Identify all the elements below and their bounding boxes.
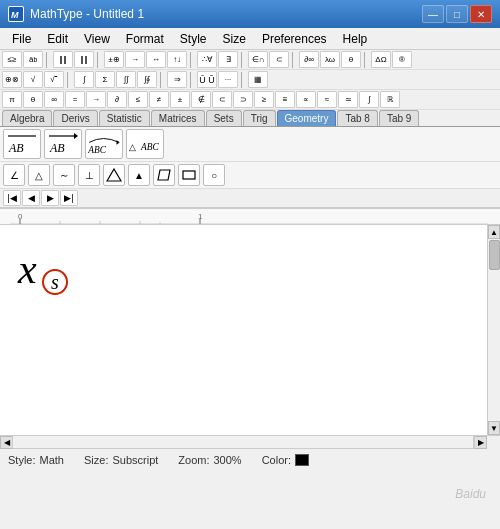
horizontal-scrollbar[interactable] — [13, 436, 474, 448]
template-ab-overline-arrow[interactable]: AB — [44, 129, 82, 159]
tab-sets[interactable]: Sets — [206, 110, 242, 126]
zoom-status: Zoom: 300% — [178, 454, 241, 466]
tb-integral2[interactable]: ∫∫ — [116, 71, 136, 88]
nav-last[interactable]: ▶| — [60, 190, 78, 206]
tb-arrow-ud[interactable]: ↑↓ — [167, 51, 187, 68]
tb-arrow-lr[interactable]: ↔ — [146, 51, 166, 68]
tb-sqrt[interactable]: √ — [23, 71, 43, 88]
template-parallelogram[interactable] — [153, 164, 175, 186]
tb-simeq[interactable]: ≃ — [338, 91, 358, 108]
tb-geq[interactable]: ≥ — [254, 91, 274, 108]
tb-equiv[interactable]: ≡ — [275, 91, 295, 108]
tb-integral[interactable]: ∫ — [74, 71, 94, 88]
template-abc-plain[interactable]: △ ABC — [126, 129, 164, 159]
tb-real[interactable]: ℝ — [380, 91, 400, 108]
tb-ubar[interactable]: Ū Ŭ — [197, 71, 217, 88]
tab-statistic[interactable]: Statistic — [99, 110, 150, 126]
template-solid-triangle[interactable]: ▲ — [128, 164, 150, 186]
maximize-button[interactable]: □ — [446, 5, 468, 23]
template-rect[interactable] — [178, 164, 200, 186]
tab-9[interactable]: Tab 9 — [379, 110, 419, 126]
scroll-thumb-vertical[interactable] — [489, 240, 500, 270]
menu-help[interactable]: Help — [335, 30, 376, 48]
tb-neq[interactable]: ≠ — [149, 91, 169, 108]
status-bar: Style: Math Size: Subscript Zoom: 300% C… — [0, 448, 500, 470]
tb-partial[interactable]: ∂∞ — [299, 51, 319, 68]
tab-derivs[interactable]: Derivs — [53, 110, 97, 126]
math-canvas[interactable]: x s — [0, 225, 487, 435]
tb-notin[interactable]: ∉ — [191, 91, 211, 108]
template-angle[interactable]: ∠ — [3, 164, 25, 186]
template-similar[interactable]: ∼ — [53, 164, 75, 186]
vertical-scrollbar[interactable]: ▲ ▼ — [487, 225, 500, 435]
menu-style[interactable]: Style — [172, 30, 215, 48]
menu-view[interactable]: View — [76, 30, 118, 48]
tb-arrow-right[interactable]: → — [125, 51, 145, 68]
menu-edit[interactable]: Edit — [39, 30, 76, 48]
tb-subset2[interactable]: ⊂ — [212, 91, 232, 108]
tb-pm[interactable]: ± — [170, 91, 190, 108]
scroll-down-arrow[interactable]: ▼ — [488, 421, 500, 435]
tb-supset[interactable]: ⊃ — [233, 91, 253, 108]
menu-size[interactable]: Size — [215, 30, 254, 48]
svg-marker-5 — [74, 133, 78, 139]
tb-int[interactable]: ∫ — [359, 91, 379, 108]
tb-norm2[interactable]: ‖‖ — [74, 51, 94, 68]
tb-in-cap[interactable]: ∈∩ — [248, 51, 268, 68]
tb-lambda[interactable]: λω — [320, 51, 340, 68]
template-triangle[interactable]: △ — [28, 164, 50, 186]
tb-rightarrow[interactable]: → — [86, 91, 106, 108]
window-controls: — □ ✕ — [422, 5, 492, 23]
tb-ab-bar[interactable]: āb — [23, 51, 43, 68]
tb-exists[interactable]: ∃ — [218, 51, 238, 68]
sep6 — [364, 52, 368, 68]
tb-theta[interactable]: θ — [23, 91, 43, 108]
tb-plusminus[interactable]: ±⊕ — [104, 51, 124, 68]
tab-8[interactable]: Tab 8 — [337, 110, 377, 126]
tb-therefore[interactable]: ∴∀ — [197, 51, 217, 68]
window-title: MathType - Untitled 1 — [30, 7, 422, 21]
tab-algebra[interactable]: Algebra — [2, 110, 52, 126]
tb-dots[interactable]: ··· — [218, 71, 238, 88]
nav-first[interactable]: |◀ — [3, 190, 21, 206]
tb-matrix[interactable]: ▦ — [248, 71, 268, 88]
tb-sqrt2[interactable]: √ ̄ — [44, 71, 64, 88]
tb-delta-omega[interactable]: ΔΩ — [371, 51, 391, 68]
nav-next[interactable]: ▶ — [41, 190, 59, 206]
template-ab-overline[interactable]: AB — [3, 129, 41, 159]
tb-integral3[interactable]: ∫∮ — [137, 71, 157, 88]
tab-trig[interactable]: Trig — [243, 110, 276, 126]
menu-bar: File Edit View Format Style Size Prefere… — [0, 28, 500, 50]
tb-sigma[interactable]: Σ — [95, 71, 115, 88]
tb-leq[interactable]: ≤ — [128, 91, 148, 108]
tb-oplus[interactable]: ⊕⊗ — [2, 71, 22, 88]
template-abc-arc[interactable]: ABC — [85, 129, 123, 159]
tab-matrices[interactable]: Matrices — [151, 110, 205, 126]
tb-propto[interactable]: ∝ — [296, 91, 316, 108]
tb-partial2[interactable]: ∂ — [107, 91, 127, 108]
minimize-button[interactable]: — — [422, 5, 444, 23]
scroll-up-arrow[interactable]: ▲ — [488, 225, 500, 239]
template-perpendicular[interactable]: ⊥ — [78, 164, 100, 186]
tb-pi[interactable]: π — [2, 91, 22, 108]
tb-theta-sym[interactable]: θ — [341, 51, 361, 68]
tb-eq[interactable]: = — [65, 91, 85, 108]
tb-leq-geq[interactable]: ≤≥ — [2, 51, 22, 68]
tb-arrow-chain[interactable]: ⇒ — [167, 71, 187, 88]
tb-registered[interactable]: ® — [392, 51, 412, 68]
tb-norm[interactable]: ‖‖ — [53, 51, 73, 68]
sep10 — [241, 72, 245, 88]
menu-preferences[interactable]: Preferences — [254, 30, 335, 48]
tb-subset[interactable]: ⊂ — [269, 51, 289, 68]
scroll-right-arrow[interactable]: ▶ — [474, 436, 487, 449]
tb-infinity[interactable]: ∞ — [44, 91, 64, 108]
template-circle[interactable]: ○ — [203, 164, 225, 186]
scroll-left-arrow[interactable]: ◀ — [0, 436, 13, 449]
template-delta-outline[interactable] — [103, 164, 125, 186]
menu-format[interactable]: Format — [118, 30, 172, 48]
menu-file[interactable]: File — [4, 30, 39, 48]
close-button[interactable]: ✕ — [470, 5, 492, 23]
tab-geometry[interactable]: Geometry — [277, 110, 337, 126]
tb-approx[interactable]: ≈ — [317, 91, 337, 108]
nav-prev[interactable]: ◀ — [22, 190, 40, 206]
